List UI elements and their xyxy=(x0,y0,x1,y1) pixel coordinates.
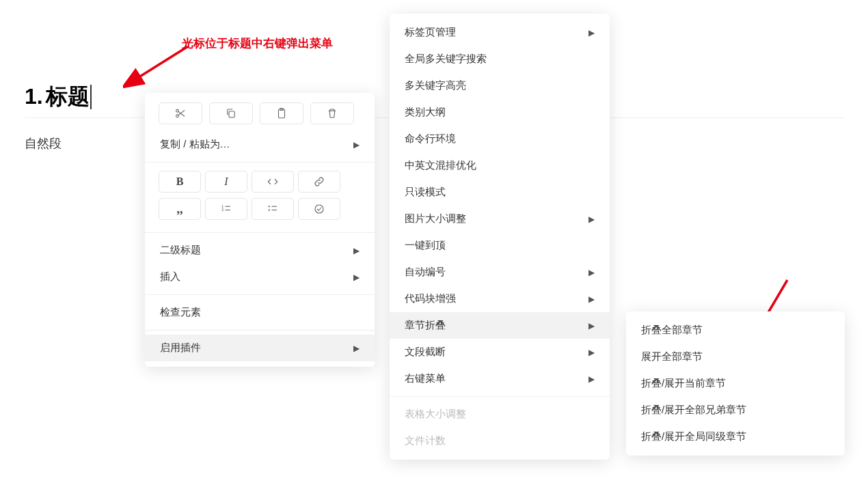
link-icon xyxy=(313,176,325,188)
chevron-right-icon: ▶ xyxy=(353,246,360,255)
menu-label: 折叠全部章节 xyxy=(641,324,703,337)
menu-label: 右键菜单 xyxy=(405,372,446,385)
menu-label: 命令行环境 xyxy=(405,132,456,145)
annotation-text: 光标位于标题中右键弹出菜单 xyxy=(182,36,333,51)
svg-rect-8 xyxy=(229,111,234,117)
svg-point-15 xyxy=(269,206,270,207)
menu-item-plugin-11[interactable]: 章节折叠▶ xyxy=(390,312,610,339)
scissors-icon xyxy=(174,107,187,120)
cut-button[interactable] xyxy=(159,102,202,124)
chevron-right-icon: ▶ xyxy=(588,268,595,277)
menu-item-plugin-1[interactable]: 全局多关键字搜索 xyxy=(390,46,610,72)
chevron-right-icon: ▶ xyxy=(353,344,360,353)
svg-point-19 xyxy=(315,205,323,213)
italic-button[interactable]: I xyxy=(205,171,247,193)
menu-item-plugin-0[interactable]: 标签页管理▶ xyxy=(390,19,610,46)
menu-label: 一键到顶 xyxy=(405,239,446,252)
menu-label: 章节折叠 xyxy=(405,319,446,332)
svg-point-4 xyxy=(176,109,179,112)
paragraph-text: 自然段 xyxy=(25,135,62,152)
delete-button[interactable] xyxy=(310,102,354,124)
menu-item-insert[interactable]: 插入 ▶ xyxy=(145,264,375,290)
chevron-right-icon: ▶ xyxy=(588,294,595,304)
trash-icon xyxy=(326,107,338,120)
menu-item-fold-4[interactable]: 折叠/展开全局同级章节 xyxy=(626,423,845,450)
chevron-right-icon: ▶ xyxy=(588,214,595,224)
menu-label: 二级标题 xyxy=(160,244,201,257)
menu-item-plugin-6[interactable]: 只读模式 xyxy=(390,179,610,206)
menu-item-fold-2[interactable]: 折叠/展开当前章节 xyxy=(626,370,845,397)
menu-item-plugin-10[interactable]: 代码块增强▶ xyxy=(390,285,610,312)
menu-label: 多关键字高亮 xyxy=(405,79,466,92)
menu-label: 中英文混排优化 xyxy=(405,159,476,172)
paste-button[interactable] xyxy=(260,102,303,124)
menu-item-heading-level[interactable]: 二级标题 ▶ xyxy=(145,237,375,264)
context-menu-plugins: 标签页管理▶全局多关键字搜索多关键字高亮类别大纲命令行环境中英文混排优化只读模式… xyxy=(390,14,610,460)
quote-icon: ,, xyxy=(177,202,183,216)
svg-point-5 xyxy=(176,115,179,117)
menu-label: 自动编号 xyxy=(405,266,446,279)
copy-button[interactable] xyxy=(209,102,253,124)
menu-label: 展开全部章节 xyxy=(641,350,703,363)
menu-item-fold-3[interactable]: 折叠/展开全部兄弟章节 xyxy=(626,397,845,423)
context-menu-primary: 复制 / 粘贴为… ▶ B I ,, 12 二级标题 ▶ 插入 ▶ 检查元素 xyxy=(145,93,375,367)
chevron-right-icon: ▶ xyxy=(588,321,595,331)
menu-divider xyxy=(145,294,375,295)
menu-item-fold-0[interactable]: 折叠全部章节 xyxy=(626,317,845,344)
menu-item-plugin-7[interactable]: 图片大小调整▶ xyxy=(390,206,610,232)
menu-item-copy-paste-as[interactable]: 复制 / 粘贴为… ▶ xyxy=(145,131,375,158)
menu-item-inspect[interactable]: 检查元素 xyxy=(145,299,375,326)
ordered-list-icon: 12 xyxy=(220,203,232,215)
menu-item-fold-1[interactable]: 展开全部章节 xyxy=(626,344,845,370)
copy-icon xyxy=(225,107,237,120)
menu-item-plugin-13[interactable]: 右键菜单▶ xyxy=(390,365,610,392)
unordered-list-icon xyxy=(267,203,279,215)
code-button[interactable] xyxy=(252,171,294,193)
menu-label: 折叠/展开全部兄弟章节 xyxy=(641,404,746,417)
page-title: 1.标题 xyxy=(25,82,92,112)
menu-item-plugin-8[interactable]: 一键到顶 xyxy=(390,232,610,259)
link-button[interactable] xyxy=(298,171,340,193)
unordered-list-button[interactable] xyxy=(252,198,294,220)
menu-label: 代码块增强 xyxy=(405,292,456,305)
menu-item-plugin-12[interactable]: 文段截断▶ xyxy=(390,339,610,365)
italic-icon: I xyxy=(224,176,228,188)
menu-label: 表格大小调整 xyxy=(405,408,466,421)
chevron-right-icon: ▶ xyxy=(588,374,595,384)
heading-text: 标题 xyxy=(46,84,90,109)
bold-icon: B xyxy=(176,176,184,188)
code-icon xyxy=(267,176,279,188)
menu-item-plugin-3[interactable]: 类别大纲 xyxy=(390,99,610,126)
svg-line-1 xyxy=(137,46,188,79)
check-circle-icon xyxy=(313,203,325,215)
menu-divider xyxy=(145,162,375,163)
menu-item-enable-plugin[interactable]: 启用插件 ▶ xyxy=(145,335,375,361)
menu-item-plugin-9[interactable]: 自动编号▶ xyxy=(390,259,610,285)
bold-button[interactable]: B xyxy=(159,171,201,193)
chevron-right-icon: ▶ xyxy=(588,28,595,38)
chevron-right-icon: ▶ xyxy=(588,348,595,357)
svg-point-16 xyxy=(269,209,270,210)
menu-label: 图片大小调整 xyxy=(405,212,466,225)
menu-item-plugin-2[interactable]: 多关键字高亮 xyxy=(390,72,610,99)
chevron-right-icon: ▶ xyxy=(353,140,360,150)
text-cursor xyxy=(90,85,92,109)
menu-label: 启用插件 xyxy=(160,341,201,354)
blockquote-button[interactable]: ,, xyxy=(159,198,201,220)
format-toolbar-row2: ,, 12 xyxy=(145,197,375,228)
menu-item-plugin-15: 表格大小调整 xyxy=(390,401,610,428)
menu-divider xyxy=(145,232,375,233)
menu-item-plugin-5[interactable]: 中英文混排优化 xyxy=(390,152,610,179)
task-list-button[interactable] xyxy=(298,198,340,220)
menu-label: 类别大纲 xyxy=(405,106,446,119)
menu-label: 插入 xyxy=(160,270,180,283)
menu-item-plugin-4[interactable]: 命令行环境 xyxy=(390,126,610,152)
clipboard-toolbar xyxy=(145,98,375,131)
menu-label: 标签页管理 xyxy=(405,26,456,39)
menu-label: 复制 / 粘贴为… xyxy=(160,138,230,151)
menu-label: 全局多关键字搜索 xyxy=(405,53,487,66)
menu-label: 文段截断 xyxy=(405,346,446,359)
ordered-list-button[interactable]: 12 xyxy=(205,198,247,220)
menu-divider xyxy=(145,330,375,331)
menu-label: 折叠/展开全局同级章节 xyxy=(641,430,746,443)
